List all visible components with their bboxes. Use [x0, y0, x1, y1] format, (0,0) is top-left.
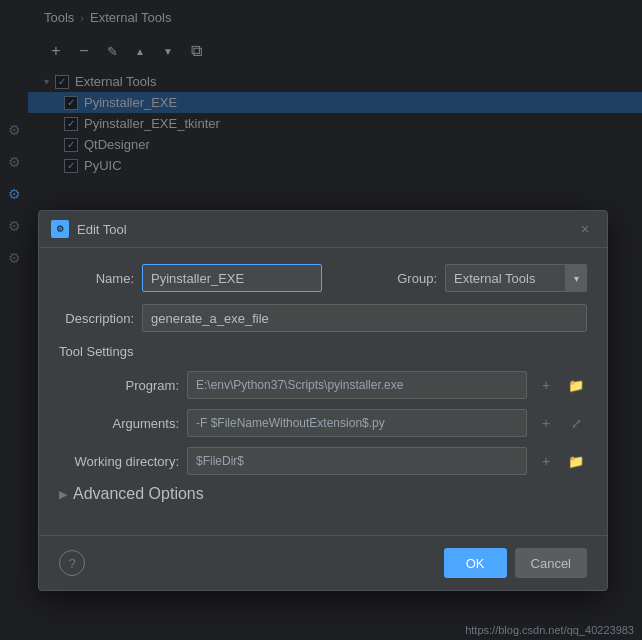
- description-label: Description:: [59, 311, 134, 326]
- program-input[interactable]: [187, 371, 527, 399]
- advanced-options-label: Advanced Options: [73, 485, 204, 503]
- arguments-expand-button[interactable]: ⤢: [565, 412, 587, 434]
- url-bar: https://blog.csdn.net/qq_40223983: [465, 624, 634, 636]
- name-input[interactable]: [142, 264, 322, 292]
- help-button[interactable]: ?: [59, 550, 85, 576]
- name-group-row: Name: Group: External Tools ▾: [59, 264, 587, 292]
- folder-icon: 📁: [568, 378, 584, 393]
- dialog-title: Edit Tool: [77, 222, 127, 237]
- arguments-row: Arguments: + ⤢: [59, 409, 587, 437]
- advanced-expand-arrow: ▶: [59, 488, 67, 501]
- workdir-add-button[interactable]: +: [535, 450, 557, 472]
- plus-icon: +: [542, 377, 550, 393]
- group-dropdown-button[interactable]: ▾: [565, 264, 587, 292]
- dialog-titlebar: ⚙ Edit Tool ×: [39, 211, 607, 248]
- advanced-options-row[interactable]: ▶ Advanced Options: [59, 485, 587, 503]
- dialog-icon-text: ⚙: [56, 224, 64, 234]
- chevron-down-icon: ▾: [574, 273, 579, 284]
- dialog-title-area: ⚙ Edit Tool: [51, 220, 127, 238]
- group-select-container: External Tools ▾: [445, 264, 587, 292]
- dialog-body: Name: Group: External Tools ▾ Descriptio…: [39, 248, 607, 527]
- edit-tool-dialog: ⚙ Edit Tool × Name: Group: External Tool…: [38, 210, 608, 591]
- arguments-input[interactable]: [187, 409, 527, 437]
- program-add-button[interactable]: +: [535, 374, 557, 396]
- program-folder-button[interactable]: 📁: [565, 374, 587, 396]
- ok-button[interactable]: OK: [444, 548, 507, 578]
- workdir-label: Working directory:: [59, 454, 179, 469]
- description-row: Description:: [59, 304, 587, 332]
- expand-icon: ⤢: [571, 416, 582, 431]
- tool-settings-label: Tool Settings: [59, 344, 587, 359]
- workdir-input[interactable]: [187, 447, 527, 475]
- arguments-add-button[interactable]: +: [535, 412, 557, 434]
- workdir-folder-button[interactable]: 📁: [565, 450, 587, 472]
- plus-icon-workdir: +: [542, 453, 550, 469]
- name-label: Name:: [59, 271, 134, 286]
- plus-icon-args: +: [542, 415, 550, 431]
- arguments-label: Arguments:: [59, 416, 179, 431]
- cancel-button[interactable]: Cancel: [515, 548, 587, 578]
- program-row: Program: + 📁: [59, 371, 587, 399]
- group-label-text: Group:: [387, 271, 437, 286]
- dialog-app-icon: ⚙: [51, 220, 69, 238]
- group-select[interactable]: External Tools: [445, 264, 565, 292]
- dialog-footer: ? OK Cancel: [39, 535, 607, 590]
- footer-action-buttons: OK Cancel: [444, 548, 587, 578]
- program-label: Program:: [59, 378, 179, 393]
- dialog-close-button[interactable]: ×: [575, 219, 595, 239]
- description-input[interactable]: [142, 304, 587, 332]
- workdir-row: Working directory: + 📁: [59, 447, 587, 475]
- folder-icon-workdir: 📁: [568, 454, 584, 469]
